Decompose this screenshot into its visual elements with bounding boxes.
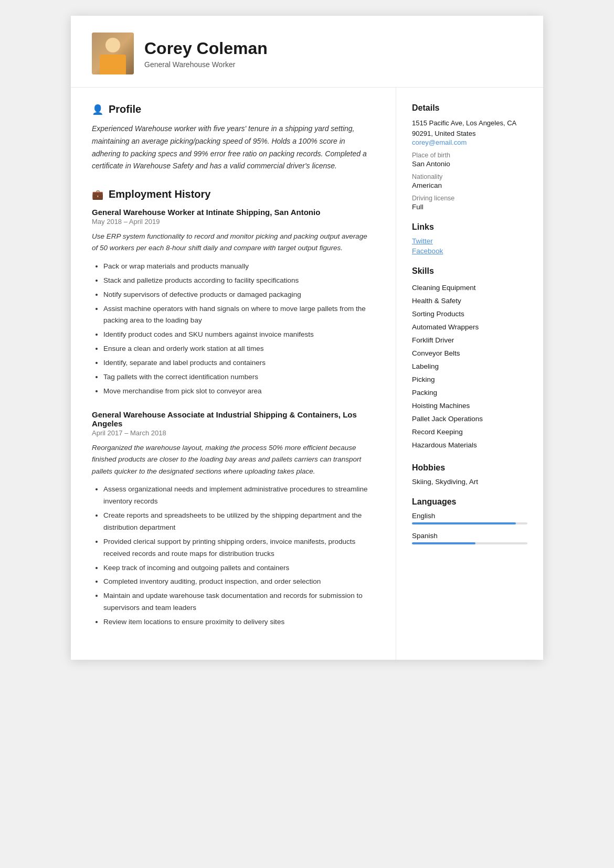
skill-item: Record Keeping [412,425,527,438]
skill-item: Forklift Driver [412,334,527,347]
resume-container: Corey Coleman General Warehouse Worker 👤… [71,16,543,660]
driving-license-label: Driving license [412,195,527,202]
skills-title: Skills [412,266,527,276]
list-item: Move merchandise from pick slot to conve… [103,385,375,398]
candidate-name: Corey Coleman [144,39,268,58]
profile-section: 👤 Profile Experienced Warehouse worker w… [92,103,375,173]
list-item: Completed inventory auditing, product in… [103,576,375,588]
skill-item: Sorting Products [412,307,527,320]
skill-item: Hazardous Materials [412,438,527,452]
hobbies-section: Hobbies Skiing, Skydiving, Art [412,463,527,486]
twitter-link[interactable]: Twitter [412,237,527,245]
details-title: Details [412,103,527,113]
profile-text: Experienced Warehouse worker with five y… [92,123,375,173]
avatar [92,33,134,74]
list-item: Notify supervisors of defective products… [103,289,375,301]
job-title-2: General Warehouse Associate at Industria… [92,410,375,428]
skill-item: Conveyor Belts [412,347,527,360]
skills-section: Skills Cleaning Equipment Health & Safet… [412,266,527,452]
hobbies-text: Skiing, Skydiving, Art [412,478,527,486]
job-title-1: General Warehouse Worker at Intinate Shi… [92,208,375,217]
profile-icon: 👤 [92,104,103,115]
list-item: Review item locations to ensure proximit… [103,616,375,628]
job-list-1: Pack or wrap materials and products manu… [92,261,375,398]
profile-title: 👤 Profile [92,103,375,115]
detail-address: 1515 Pacific Ave, Los Angeles, CA 90291,… [412,118,527,138]
job-desc-2: Reorganized the warehouse layout, making… [92,442,375,477]
details-section: Details 1515 Pacific Ave, Los Angeles, C… [412,103,527,211]
detail-email: corey@email.com [412,138,527,146]
job-entry-2: General Warehouse Associate at Industria… [92,410,375,628]
language-item-english: English [412,512,527,524]
language-name-english: English [412,512,527,520]
language-name-spanish: Spanish [412,532,527,540]
language-bar-fill-english [412,522,516,524]
avatar-image [92,33,134,74]
employment-title: 💼 Employment History [92,188,375,200]
list-item: Identify, separate and label products an… [103,357,375,369]
list-item: Assess organizational needs and implemen… [103,484,375,508]
right-column: Details 1515 Pacific Ave, Los Angeles, C… [396,88,543,660]
place-of-birth-label: Place of birth [412,152,527,159]
list-item: Maintain and update warehouse task docum… [103,590,375,614]
languages-section: Languages English Spanish [412,497,527,544]
skill-item: Labeling [412,360,527,373]
job-dates-1: May 2018 – April 2019 [92,218,375,226]
facebook-link[interactable]: Facebook [412,247,527,255]
list-item: Pack or wrap materials and products manu… [103,261,375,273]
job-list-2: Assess organizational needs and implemen… [92,484,375,628]
list-item: Ensure a clean and orderly work station … [103,343,375,355]
skill-item: Cleaning Equipment [412,281,527,294]
nationality-value: American [412,181,527,189]
employment-icon: 💼 [92,189,103,200]
list-item: Create reports and spreadsheets to be ut… [103,510,375,534]
skill-item: Hoisting Machines [412,399,527,412]
skill-item: Picking [412,373,527,386]
hobbies-title: Hobbies [412,463,527,473]
main-content: 👤 Profile Experienced Warehouse worker w… [71,88,543,660]
links-section: Links Twitter Facebook [412,222,527,255]
job-dates-2: April 2017 – March 2018 [92,429,375,437]
skill-item: Automated Wrappers [412,320,527,334]
header: Corey Coleman General Warehouse Worker [71,16,543,88]
list-item: Keep track of incoming and outgoing pall… [103,562,375,574]
languages-title: Languages [412,497,527,507]
list-item: Provided clerical support by printing sh… [103,536,375,560]
job-desc-1: Use ERP system functionality to record a… [92,231,375,254]
header-info: Corey Coleman General Warehouse Worker [144,39,268,69]
job-entry-1: General Warehouse Worker at Intinate Shi… [92,208,375,398]
nationality-label: Nationality [412,173,527,180]
list-item: Tag pallets with the correct identificat… [103,371,375,383]
language-item-spanish: Spanish [412,532,527,544]
language-bar-english [412,522,527,524]
language-bar-fill-spanish [412,542,475,544]
list-item: Identify product codes and SKU numbers a… [103,329,375,341]
skill-item: Packing [412,386,527,399]
left-column: 👤 Profile Experienced Warehouse worker w… [71,88,396,660]
driving-license-value: Full [412,203,527,211]
language-bar-spanish [412,542,527,544]
list-item: Stack and palletize products according t… [103,275,375,287]
skill-item: Pallet Jack Operations [412,412,527,425]
place-of-birth-value: San Antonio [412,160,527,168]
list-item: Assist machine operators with hand signa… [103,303,375,327]
links-title: Links [412,222,527,232]
skill-item: Health & Safety [412,294,527,307]
employment-section: 💼 Employment History General Warehouse W… [92,188,375,628]
candidate-subtitle: General Warehouse Worker [144,60,268,69]
